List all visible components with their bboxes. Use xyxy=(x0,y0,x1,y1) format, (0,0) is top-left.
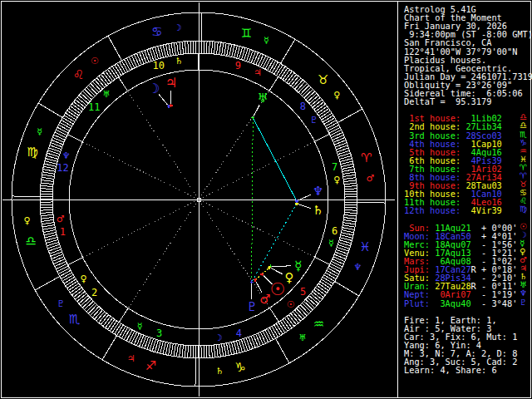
house-9-ruler-icon: ♃ xyxy=(254,67,262,78)
house-cusp-line xyxy=(270,308,279,322)
sign-boundary xyxy=(35,277,60,290)
panel-separator xyxy=(397,2,398,397)
house-cusp-line xyxy=(119,77,128,91)
house-number-2: 2 xyxy=(91,287,97,298)
sign-scorpio-glyph: ♏ xyxy=(69,312,81,327)
planet-venus-pointer xyxy=(271,268,283,274)
sign-boundary xyxy=(357,202,386,203)
sign-capricorn-glyph: ♑ xyxy=(234,360,245,375)
house-number-8: 8 xyxy=(300,101,306,112)
house-cusp-line xyxy=(119,308,128,323)
house-cusp-ray xyxy=(82,202,194,258)
house-number-5: 5 xyxy=(300,286,306,298)
house-cusp-line xyxy=(68,258,83,265)
sign-sagittarius-glyph: ♐ xyxy=(145,358,156,373)
planet-sun-glyph: ☉ xyxy=(270,279,286,299)
sign-taurus-ruler-icon: ♀ xyxy=(333,90,340,101)
house-3-ruler-icon: ☿ xyxy=(137,321,143,332)
house-number-7: 7 xyxy=(332,161,337,173)
sign-boundary xyxy=(201,12,202,41)
house-2-ruler-icon: ♀ xyxy=(81,273,87,284)
aspect-trine-uranus-pluto xyxy=(252,118,254,283)
house-cusp-line xyxy=(315,257,330,264)
house-cusp-line xyxy=(315,134,330,141)
natal-wheel-chart: ♈♂♉♀♊☿♋☽♌☉♍☿♎♀♏♇♐♃♑♄♒♅♓♆1♂2♀3☿4☽5☉6☿7♀8♇… xyxy=(0,0,397,399)
house-number-11: 11 xyxy=(88,101,100,113)
sign-virgo-ruler-icon: ☿ xyxy=(37,126,42,137)
house-cusp-value: 4Vir39 xyxy=(461,205,502,215)
house-cusp-line xyxy=(67,135,82,142)
house-5-ruler-icon: ☉ xyxy=(287,299,295,310)
planet-jupiter-glyph: ♃ xyxy=(165,75,177,91)
house-number-9: 9 xyxy=(235,60,241,71)
sign-aries-ruler-icon: ♂ xyxy=(367,173,375,184)
sign-boundary xyxy=(102,336,117,360)
sign-boundary xyxy=(108,36,121,61)
house-7-ruler-icon: ♀ xyxy=(333,175,340,185)
planet-label: Plut: xyxy=(404,298,430,308)
planet-uranus-pointer xyxy=(254,105,259,116)
house-number-10: 10 xyxy=(153,60,165,71)
aspect-conjunction-sun-mars xyxy=(255,274,263,280)
astrolog-window: ♈♂♉♀♊☿♋☽♌☉♍☿♎♀♏♇♐♃♑♄♒♅♓♆1♂2♀3☿4☽5☉6☿7♀8♇… xyxy=(0,0,532,399)
summary-line-6: Learn: 4, Share: 6 xyxy=(404,366,497,374)
sign-libra-ruler-icon: ♀ xyxy=(24,215,31,226)
house-4-ruler-icon: ☽ xyxy=(214,332,223,343)
planet-saturn-pointer xyxy=(298,204,311,209)
house-number-6: 6 xyxy=(332,225,337,237)
sign-leo-glyph: ♌ xyxy=(73,67,84,82)
sign-pisces-glyph: ♓ xyxy=(359,239,370,254)
planet-neptune-glyph: ♆ xyxy=(313,184,323,199)
house-8-ruler-icon: ♇ xyxy=(309,115,318,126)
planet-velocity: - 3°48' xyxy=(476,298,518,308)
house-11-ruler-icon: ♅ xyxy=(102,89,111,100)
sign-taurus-glyph: ♉ xyxy=(318,72,328,87)
summary-text: Learn: 4, Share: 6 xyxy=(404,365,497,375)
sign-cancer-glyph: ♋ xyxy=(151,24,162,39)
sign-boundary xyxy=(276,338,289,363)
house-cusp-ray xyxy=(203,141,314,197)
planet-pluto-glyph: ♇ xyxy=(246,299,257,314)
chart-header-line-11: DeltaT = 95.3179 xyxy=(404,97,491,106)
planet-moon-pointer xyxy=(159,94,168,105)
house-row-2-glyph-icon: ♎ xyxy=(520,121,527,130)
planet-venus-glyph: ♀ xyxy=(285,270,294,285)
planet-mars-glyph: ♂ xyxy=(259,292,270,307)
house-1-ruler-icon: ♂ xyxy=(57,214,65,224)
planet-position-value: 3Aqu40 xyxy=(430,298,471,308)
header-text: DeltaT = 95.3179 xyxy=(404,96,491,106)
house-12-ruler-icon: ♆ xyxy=(62,150,71,161)
sign-libra-glyph: ♎ xyxy=(25,234,36,249)
house-label: 12th house: xyxy=(404,205,461,215)
house-number-1: 1 xyxy=(60,226,66,238)
sign-boundary xyxy=(335,281,359,296)
planet-row-nept-glyph-icon: ♆ xyxy=(520,289,527,298)
sign-capricorn-ruler-icon: ♄ xyxy=(215,366,224,377)
house-number-12: 12 xyxy=(57,162,68,174)
house-cusp-line xyxy=(269,76,278,91)
sign-boundary xyxy=(280,39,295,63)
house-6-ruler-icon: ☿ xyxy=(328,238,334,249)
info-panel: Astrolog 5.41GChart of the MomentFri Jan… xyxy=(404,0,532,399)
house-row-12: 12th house: 4Vir39♍ xyxy=(404,206,502,214)
sign-boundary xyxy=(337,109,362,122)
sign-boundary xyxy=(195,358,196,387)
sign-pisces-ruler-icon: ♆ xyxy=(353,262,362,273)
house-row-3-glyph-icon: ♏ xyxy=(520,131,527,139)
planet-row-plut: Plut: 3Aqu40 - 3°48'♇ xyxy=(404,299,517,308)
house-cusp-ray xyxy=(128,204,196,308)
sign-scorpio-ruler-icon: ♇ xyxy=(57,298,65,309)
planet-moon-glyph: ☽ xyxy=(148,81,160,96)
sign-leo-ruler-icon: ☉ xyxy=(91,56,99,66)
aspect-sextile-uranus-neptune xyxy=(253,118,297,201)
sign-boundary xyxy=(12,196,40,197)
sign-sagittarius-ruler-icon: ♃ xyxy=(127,353,135,364)
house-cusp-ray xyxy=(127,91,195,195)
sign-aquarius-glyph: ♒ xyxy=(313,317,324,332)
sign-aries-glyph: ♈ xyxy=(361,150,372,165)
sign-cancer-ruler-icon: ☽ xyxy=(174,22,182,33)
house-row-12-glyph-icon: ♍ xyxy=(520,205,527,214)
sign-virgo-glyph: ♍ xyxy=(27,145,37,160)
sign-gemini-glyph: ♊ xyxy=(241,26,252,41)
house-10-ruler-icon: ♄ xyxy=(175,56,183,66)
